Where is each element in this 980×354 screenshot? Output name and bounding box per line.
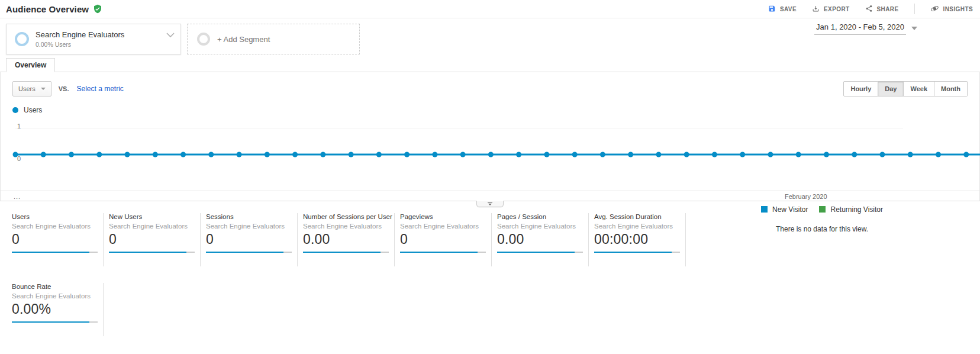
metrics-row-2: Bounce Rate Search Engine Evaluators 0.0… [12,283,980,336]
header-actions: SAVE EXPORT SHARE [753,4,973,14]
scorecard-sessions[interactable]: Sessions Search Engine Evaluators 0 [206,213,298,266]
granularity-button-group: Hourly Day Week Month [843,81,968,96]
sparkline [12,252,98,253]
export-button[interactable]: EXPORT [812,5,850,14]
date-range-picker[interactable]: Jan 1, 2020 - Feb 5, 2020 [814,22,917,35]
header-actions-divider [914,4,915,14]
select-metric-link[interactable]: Select a metric [76,85,123,93]
timeline-expander-handle[interactable] [476,201,504,207]
sparkline [594,252,680,253]
report-header: Audience Overview SAVE EXPORT [0,0,980,18]
new-visitor-legend-swatch [761,206,768,213]
tab-overview[interactable]: Overview [6,58,55,72]
sparkline [206,252,292,253]
scorecard-new-users[interactable]: New Users Search Engine Evaluators 0 [109,213,201,266]
sparkline [400,252,486,253]
add-segment-ring-icon [197,33,210,46]
users-line-chart-svg[interactable] [15,117,980,191]
share-button[interactable]: SHARE [865,5,899,14]
page-title: Audience Overview [6,4,89,14]
users-legend-label: Users [24,106,42,114]
chevron-down-icon[interactable] [166,30,175,40]
save-icon [768,5,776,14]
scorecard-bounce-rate[interactable]: Bounce Rate Search Engine Evaluators 0.0… [12,283,104,336]
chart-legend: Users [1,96,979,114]
segments-row: Search Engine Evaluators 0.00% Users + A… [0,18,980,56]
handle-chevron-down-icon [488,204,492,205]
users-legend-dot-icon [12,107,18,113]
dropdown-caret-icon [41,88,46,90]
scorecard-avg-session-duration[interactable]: Avg. Session Duration Search Engine Eval… [594,213,686,266]
users-over-time-chart: 1 0 [1,117,979,191]
add-segment-label: + Add Segment [217,35,270,44]
metric-selector-dropdown[interactable]: Users [12,81,51,96]
metrics-section: Users Search Engine Evaluators 0 New Use… [0,201,980,336]
new-visitor-legend-label: New Visitor [772,205,808,214]
scorecard-sessions-per-user[interactable]: Number of Sessions per User Search Engin… [303,213,395,266]
segment-name: Search Engine Evaluators [36,30,124,39]
insights-icon [930,4,939,14]
granularity-week-button[interactable]: Week [904,81,934,96]
x-axis-overflow-label[interactable]: ... [14,193,21,200]
sparkline [12,321,98,323]
verified-shield-icon [93,4,102,14]
date-caret-icon [911,27,917,30]
pie-legend: New Visitor Returning Visitor [761,205,883,214]
segment-ring-icon [15,32,29,46]
share-icon [865,5,873,14]
explorer-panel: Users VS. Select a metric Hourly Day Wee… [0,72,980,201]
sparkline [109,252,195,253]
returning-visitor-legend-swatch [819,206,826,213]
scorecard-users[interactable]: Users Search Engine Evaluators 0 [12,213,104,266]
sparkline [303,252,389,253]
tab-bar: Overview [0,57,980,72]
save-button[interactable]: SAVE [768,5,797,14]
segment-detail: 0.00% Users [36,41,124,48]
export-icon [812,5,820,14]
granularity-day-button[interactable]: Day [878,81,904,96]
insights-button[interactable]: INSIGHTS [930,4,973,14]
chart-x-axis: ... February 2020 [1,191,979,201]
scorecard-pageviews[interactable]: Pageviews Search Engine Evaluators 0 [400,213,492,266]
x-axis-month-label: February 2020 [785,193,827,200]
chart-controls: Users VS. Select a metric Hourly Day Wee… [1,72,979,96]
granularity-hourly-button[interactable]: Hourly [843,81,878,96]
active-segment-card[interactable]: Search Engine Evaluators 0.00% Users [6,24,181,54]
add-segment-card[interactable]: + Add Segment [187,24,360,54]
sparkline [497,252,583,253]
granularity-month-button[interactable]: Month [934,81,968,96]
returning-visitor-legend-label: Returning Visitor [830,205,883,214]
no-data-message: There is no data for this view. [691,225,953,233]
date-range-text: Jan 1, 2020 - Feb 5, 2020 [814,22,906,35]
metrics-row-1: Users Search Engine Evaluators 0 New Use… [12,213,980,266]
visitor-type-pie-block: New Visitor Returning Visitor There is n… [691,204,980,266]
vs-label: VS. [59,85,69,92]
scorecard-pages-per-session[interactable]: Pages / Session Search Engine Evaluators… [497,213,589,266]
handle-bar-icon [488,202,492,203]
